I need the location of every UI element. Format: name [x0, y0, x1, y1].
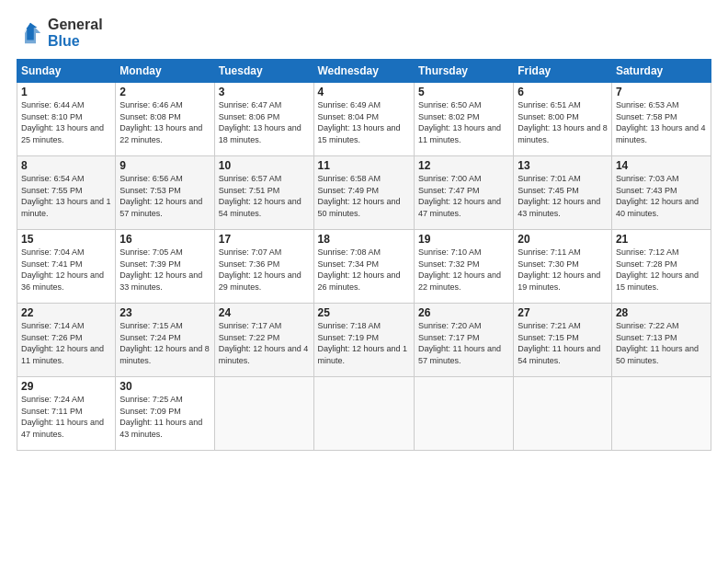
day-number: 30 [119, 380, 210, 393]
day-number: 16 [119, 233, 210, 246]
day-info: Sunrise: 7:07 AMSunset: 7:36 PMDaylight:… [219, 247, 310, 293]
day-number: 8 [21, 159, 111, 172]
day-number: 22 [21, 306, 111, 319]
calendar-table: SundayMondayTuesdayWednesdayThursdayFrid… [17, 59, 711, 451]
calendar-week-row: 22Sunrise: 7:14 AMSunset: 7:26 PMDayligh… [17, 304, 711, 377]
day-number: 5 [418, 86, 509, 98]
calendar-day-cell: 19Sunrise: 7:10 AMSunset: 7:32 PMDayligh… [414, 230, 513, 304]
day-number: 27 [518, 306, 608, 319]
day-number: 26 [418, 306, 509, 319]
day-number: 23 [119, 306, 210, 319]
day-info: Sunrise: 6:54 AMSunset: 7:55 PMDaylight:… [21, 173, 111, 219]
day-number: 28 [616, 306, 707, 319]
calendar-day-cell: 5Sunrise: 6:50 AMSunset: 8:02 PMDaylight… [414, 83, 513, 156]
day-number: 25 [318, 306, 410, 319]
calendar-empty-cell [514, 377, 612, 451]
calendar-header-wednesday: Wednesday [313, 60, 414, 83]
calendar-day-cell: 23Sunrise: 7:15 AMSunset: 7:24 PMDayligh… [116, 304, 214, 377]
calendar-body: 1Sunrise: 6:44 AMSunset: 8:10 PMDaylight… [17, 83, 711, 451]
calendar-day-cell: 28Sunrise: 7:22 AMSunset: 7:13 PMDayligh… [611, 304, 711, 377]
header: General Blue [17, 17, 711, 50]
calendar-day-cell: 16Sunrise: 7:05 AMSunset: 7:39 PMDayligh… [116, 230, 214, 304]
day-info: Sunrise: 6:47 AMSunset: 8:06 PMDaylight:… [219, 99, 310, 145]
day-info: Sunrise: 7:08 AMSunset: 7:34 PMDaylight:… [318, 247, 410, 293]
calendar-day-cell: 6Sunrise: 6:51 AMSunset: 8:00 PMDaylight… [514, 83, 612, 156]
calendar-header-saturday: Saturday [611, 60, 711, 83]
day-info: Sunrise: 6:51 AMSunset: 8:00 PMDaylight:… [518, 99, 608, 145]
calendar-day-cell: 2Sunrise: 6:46 AMSunset: 8:08 PMDaylight… [116, 83, 214, 156]
day-number: 10 [219, 159, 310, 172]
calendar-day-cell: 27Sunrise: 7:21 AMSunset: 7:15 PMDayligh… [514, 304, 612, 377]
calendar-header-monday: Monday [116, 60, 214, 83]
day-number: 19 [418, 233, 509, 246]
day-number: 18 [318, 233, 410, 246]
calendar-day-cell: 17Sunrise: 7:07 AMSunset: 7:36 PMDayligh… [214, 230, 313, 304]
day-info: Sunrise: 6:44 AMSunset: 8:10 PMDaylight:… [21, 99, 111, 145]
calendar-day-cell: 29Sunrise: 7:24 AMSunset: 7:11 PMDayligh… [17, 377, 116, 451]
day-number: 20 [518, 233, 608, 246]
day-number: 2 [119, 86, 210, 98]
day-number: 4 [318, 86, 410, 98]
day-number: 15 [21, 233, 111, 246]
day-info: Sunrise: 7:05 AMSunset: 7:39 PMDaylight:… [119, 247, 210, 293]
calendar-day-cell: 10Sunrise: 6:57 AMSunset: 7:51 PMDayligh… [214, 156, 313, 230]
day-number: 1 [21, 86, 111, 98]
calendar-empty-cell [611, 377, 711, 451]
calendar-day-cell: 21Sunrise: 7:12 AMSunset: 7:28 PMDayligh… [611, 230, 711, 304]
calendar-day-cell: 13Sunrise: 7:01 AMSunset: 7:45 PMDayligh… [514, 156, 612, 230]
calendar-header-tuesday: Tuesday [214, 60, 313, 83]
day-info: Sunrise: 6:50 AMSunset: 8:02 PMDaylight:… [418, 99, 509, 145]
calendar-week-row: 15Sunrise: 7:04 AMSunset: 7:41 PMDayligh… [17, 230, 711, 304]
day-info: Sunrise: 7:18 AMSunset: 7:19 PMDaylight:… [318, 320, 410, 366]
calendar-day-cell: 15Sunrise: 7:04 AMSunset: 7:41 PMDayligh… [17, 230, 116, 304]
day-number: 24 [219, 306, 310, 319]
calendar-day-cell: 25Sunrise: 7:18 AMSunset: 7:19 PMDayligh… [313, 304, 414, 377]
calendar-week-row: 29Sunrise: 7:24 AMSunset: 7:11 PMDayligh… [17, 377, 711, 451]
day-info: Sunrise: 7:11 AMSunset: 7:30 PMDaylight:… [518, 247, 608, 293]
day-info: Sunrise: 6:49 AMSunset: 8:04 PMDaylight:… [318, 99, 410, 145]
day-number: 14 [616, 159, 707, 172]
day-number: 21 [616, 233, 707, 246]
day-info: Sunrise: 6:53 AMSunset: 7:58 PMDaylight:… [616, 99, 707, 145]
day-info: Sunrise: 7:25 AMSunset: 7:09 PMDaylight:… [119, 394, 210, 440]
day-info: Sunrise: 7:12 AMSunset: 7:28 PMDaylight:… [616, 247, 707, 293]
day-info: Sunrise: 6:46 AMSunset: 8:08 PMDaylight:… [119, 99, 210, 145]
day-info: Sunrise: 7:15 AMSunset: 7:24 PMDaylight:… [119, 320, 210, 366]
day-number: 9 [119, 159, 210, 172]
day-number: 3 [219, 86, 310, 98]
day-number: 6 [518, 86, 608, 98]
day-info: Sunrise: 7:10 AMSunset: 7:32 PMDaylight:… [418, 247, 509, 293]
day-info: Sunrise: 7:21 AMSunset: 7:15 PMDaylight:… [518, 320, 608, 366]
day-number: 11 [318, 159, 410, 172]
day-number: 29 [21, 380, 111, 393]
calendar-day-cell: 8Sunrise: 6:54 AMSunset: 7:55 PMDaylight… [17, 156, 116, 230]
logo-icon [17, 19, 44, 47]
day-number: 13 [518, 159, 608, 172]
calendar-day-cell: 18Sunrise: 7:08 AMSunset: 7:34 PMDayligh… [313, 230, 414, 304]
day-info: Sunrise: 6:57 AMSunset: 7:51 PMDaylight:… [219, 173, 310, 219]
calendar-header-sunday: Sunday [17, 60, 116, 83]
calendar-header-thursday: Thursday [414, 60, 513, 83]
calendar-day-cell: 14Sunrise: 7:03 AMSunset: 7:43 PMDayligh… [611, 156, 711, 230]
day-info: Sunrise: 7:01 AMSunset: 7:45 PMDaylight:… [518, 173, 608, 219]
calendar-day-cell: 1Sunrise: 6:44 AMSunset: 8:10 PMDaylight… [17, 83, 116, 156]
calendar-day-cell: 20Sunrise: 7:11 AMSunset: 7:30 PMDayligh… [514, 230, 612, 304]
calendar-day-cell: 9Sunrise: 6:56 AMSunset: 7:53 PMDaylight… [116, 156, 214, 230]
calendar-empty-cell [214, 377, 313, 451]
day-number: 17 [219, 233, 310, 246]
calendar-header-friday: Friday [514, 60, 612, 83]
calendar-header-row: SundayMondayTuesdayWednesdayThursdayFrid… [17, 60, 711, 83]
day-info: Sunrise: 7:04 AMSunset: 7:41 PMDaylight:… [21, 247, 111, 293]
calendar-day-cell: 7Sunrise: 6:53 AMSunset: 7:58 PMDaylight… [611, 83, 711, 156]
day-info: Sunrise: 6:56 AMSunset: 7:53 PMDaylight:… [119, 173, 210, 219]
calendar-day-cell: 12Sunrise: 7:00 AMSunset: 7:47 PMDayligh… [414, 156, 513, 230]
calendar-week-row: 1Sunrise: 6:44 AMSunset: 8:10 PMDaylight… [17, 83, 711, 156]
day-info: Sunrise: 7:20 AMSunset: 7:17 PMDaylight:… [418, 320, 509, 366]
calendar-week-row: 8Sunrise: 6:54 AMSunset: 7:55 PMDaylight… [17, 156, 711, 230]
calendar-empty-cell [414, 377, 513, 451]
calendar-day-cell: 24Sunrise: 7:17 AMSunset: 7:22 PMDayligh… [214, 304, 313, 377]
calendar-day-cell: 11Sunrise: 6:58 AMSunset: 7:49 PMDayligh… [313, 156, 414, 230]
day-number: 7 [616, 86, 707, 98]
calendar-day-cell: 22Sunrise: 7:14 AMSunset: 7:26 PMDayligh… [17, 304, 116, 377]
day-info: Sunrise: 7:14 AMSunset: 7:26 PMDaylight:… [21, 320, 111, 366]
